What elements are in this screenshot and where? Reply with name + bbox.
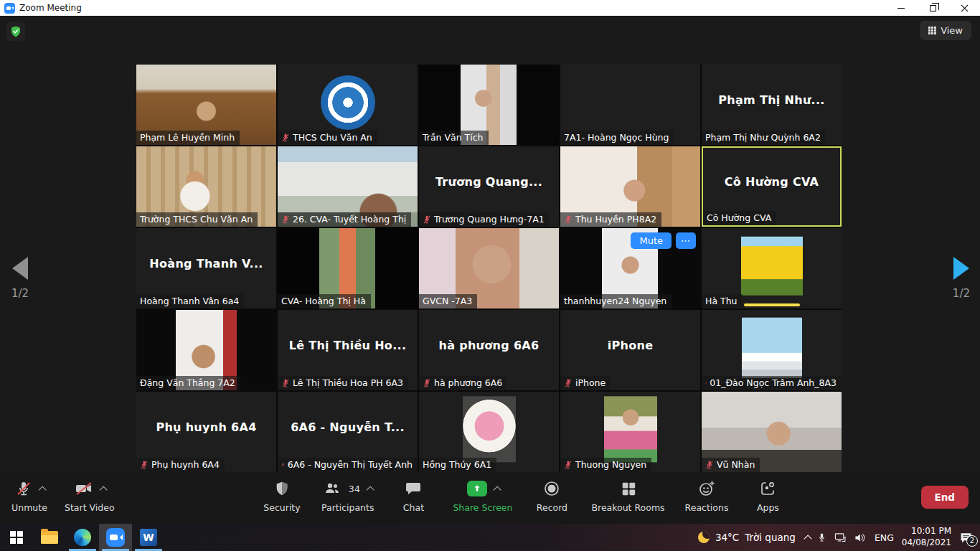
- record-button[interactable]: Record: [532, 479, 571, 513]
- participant-name-label: hà phương 6A6: [419, 376, 507, 390]
- participant-tile[interactable]: Thu Huyền PH8A2: [560, 146, 700, 227]
- file-explorer-icon: [41, 531, 58, 544]
- restore-icon: [930, 5, 936, 11]
- next-page-button[interactable]: 1/2: [953, 257, 970, 300]
- participant-tile[interactable]: 7A1- Hoàng Ngọc Hùng: [560, 65, 700, 145]
- participant-tile[interactable]: Phạm Lê Huyền Minh: [136, 65, 276, 145]
- close-button[interactable]: [948, 0, 980, 16]
- muted-mic-icon: [281, 378, 290, 388]
- close-icon: [961, 4, 969, 12]
- participant-tile[interactable]: Cô Hường CVACô Hường CVA: [702, 146, 842, 227]
- participant-name-label: Lê Thị Thiều Hoa PH 6A3: [278, 376, 408, 390]
- unmute-button[interactable]: Unmute: [10, 479, 49, 513]
- breakout-rooms-icon: [621, 481, 636, 496]
- participant-name-label: 01_Đào Ngọc Trâm Anh_8A3: [702, 376, 842, 390]
- encryption-shield-icon: [9, 25, 22, 38]
- end-meeting-button[interactable]: End: [921, 486, 969, 509]
- chat-button[interactable]: Chat: [394, 479, 433, 513]
- participant-name-label: 7A1- Hoàng Ngọc Hùng: [560, 131, 674, 145]
- word-button[interactable]: [132, 524, 165, 551]
- network-icon[interactable]: [834, 532, 847, 543]
- mute-button[interactable]: Mute: [631, 232, 672, 249]
- participant-name-label: Trường THCS Chu Văn An: [136, 212, 258, 227]
- participant-name-label: THCS Chu Văn An: [278, 131, 377, 145]
- language-indicator[interactable]: ENG: [875, 532, 894, 543]
- security-label: Security: [263, 502, 300, 513]
- participant-name-label: Hồng Thúy 6A1: [419, 458, 496, 472]
- notification-center-button[interactable]: 2: [959, 532, 973, 544]
- volume-icon[interactable]: [854, 532, 867, 543]
- tray-expand-caret[interactable]: [804, 534, 811, 542]
- participant-avatar: [742, 318, 802, 378]
- participant-tile[interactable]: Mute⋯thanhhuyen24 Nguyen: [560, 228, 700, 309]
- participant-tile[interactable]: 6A6 - Nguyễn T...6A6 - Nguyễn Thị Tuyết …: [278, 392, 418, 472]
- participant-tile[interactable]: hà phương 6A6hà phương 6A6: [419, 310, 559, 390]
- zoom-taskbar-button[interactable]: [99, 524, 132, 551]
- participant-tile[interactable]: 01_Đào Ngọc Trâm Anh_8A3: [702, 310, 842, 390]
- participant-avatar: [321, 75, 375, 130]
- temperature: 34°C: [715, 532, 739, 543]
- participant-tile[interactable]: Phạm Thị Như...Phạm Thị Như Quỳnh 6A2: [702, 65, 842, 145]
- participant-name-label: Trương Quang Hưng-7A1: [419, 212, 550, 227]
- file-explorer-button[interactable]: [33, 524, 66, 551]
- weather-condition: Trời quang: [745, 532, 796, 543]
- share-options-caret[interactable]: [493, 486, 501, 494]
- participant-tile[interactable]: Đặng Văn Thắng 7A2: [136, 310, 276, 390]
- participant-tile[interactable]: Trường THCS Chu Văn An: [136, 146, 276, 227]
- participants-button[interactable]: 34 Participants: [321, 479, 374, 513]
- unmute-options-caret[interactable]: [38, 486, 46, 494]
- participant-name-label: Hà Thu: [702, 294, 743, 309]
- participant-tile[interactable]: Trần Văn Tích: [419, 65, 559, 145]
- restore-button[interactable]: [917, 0, 948, 16]
- more-options-button[interactable]: ⋯: [676, 232, 696, 249]
- start-button[interactable]: [0, 524, 33, 551]
- video-options-caret[interactable]: [99, 486, 107, 494]
- reactions-button[interactable]: Reactions: [685, 479, 729, 513]
- participant-name-center: Hoàng Thanh V...: [136, 228, 276, 298]
- muted-mic-icon: [564, 378, 573, 388]
- view-label: View: [941, 25, 963, 36]
- page-indicator: 1/2: [953, 287, 970, 300]
- participant-tile[interactable]: Thuong Nguyen: [560, 392, 700, 472]
- previous-page-button[interactable]: 1/2: [11, 257, 29, 300]
- weather-widget[interactable]: 34°C Trời quang: [698, 532, 796, 543]
- video-grid: Phạm Lê Huyền MinhTHCS Chu Văn AnTrần Vă…: [136, 65, 842, 472]
- meeting-info-button[interactable]: [6, 22, 25, 41]
- minimize-button[interactable]: [885, 0, 917, 16]
- zoom-taskbar-icon: [106, 528, 125, 547]
- security-button[interactable]: Security: [263, 479, 301, 513]
- participant-tile[interactable]: Hoàng Thanh V...Hoàng Thanh Vân 6a4: [136, 228, 276, 309]
- edge-icon: [74, 529, 91, 546]
- start-video-button[interactable]: Start Video: [65, 479, 115, 513]
- participant-tile[interactable]: iPhoneiPhone: [560, 310, 700, 390]
- participant-tile[interactable]: 26. CVA- Tuyết Hoàng Thị: [278, 146, 418, 227]
- participant-tile[interactable]: Trương Quang...Trương Quang Hưng-7A1: [419, 146, 559, 227]
- participant-name-center: Cô Hường CVA: [703, 148, 840, 215]
- muted-mic-icon: [281, 215, 290, 225]
- share-screen-button[interactable]: Share Screen: [453, 479, 512, 513]
- participant-tile[interactable]: Phụ huynh 6A4Phụ huynh 6A4: [136, 392, 276, 472]
- participant-tile[interactable]: THCS Chu Văn An: [278, 65, 418, 145]
- participants-options-caret[interactable]: [366, 486, 374, 494]
- participant-name-label: Phạm Lê Huyền Minh: [136, 131, 240, 145]
- tray-mic-icon[interactable]: [817, 532, 826, 543]
- zoom-app-icon: [4, 3, 15, 14]
- participant-tile[interactable]: CVA- Hoàng Thị Hà: [278, 228, 418, 309]
- participant-tile[interactable]: GVCN -7A3: [419, 228, 559, 309]
- apps-label: Apps: [757, 502, 779, 513]
- breakout-rooms-button[interactable]: Breakout Rooms: [591, 479, 664, 513]
- muted-mic-icon: [564, 215, 573, 225]
- edge-button[interactable]: [66, 524, 99, 551]
- participant-tile[interactable]: Hồng Thúy 6A1: [419, 392, 559, 472]
- participant-name-label: Phụ huynh 6A4: [136, 458, 225, 472]
- participant-tile[interactable]: Lê Thị Thiều Ho...Lê Thị Thiều Hoa PH 6A…: [278, 310, 418, 390]
- apps-button[interactable]: Apps: [748, 479, 787, 513]
- participant-name-center: Trương Quang...: [419, 146, 559, 217]
- clock[interactable]: 10:01 PM 04/08/2021: [902, 526, 951, 548]
- participant-tile[interactable]: Hà Thu: [702, 228, 842, 309]
- view-button[interactable]: View: [920, 21, 971, 40]
- participant-name-center: Phạm Thị Như...: [702, 65, 842, 135]
- meeting-toolbar: Unmute Start Video: [0, 474, 980, 524]
- participant-tile[interactable]: Vũ Nhàn: [702, 392, 842, 472]
- participant-name-label: Phạm Thị Như Quỳnh 6A2: [702, 131, 826, 145]
